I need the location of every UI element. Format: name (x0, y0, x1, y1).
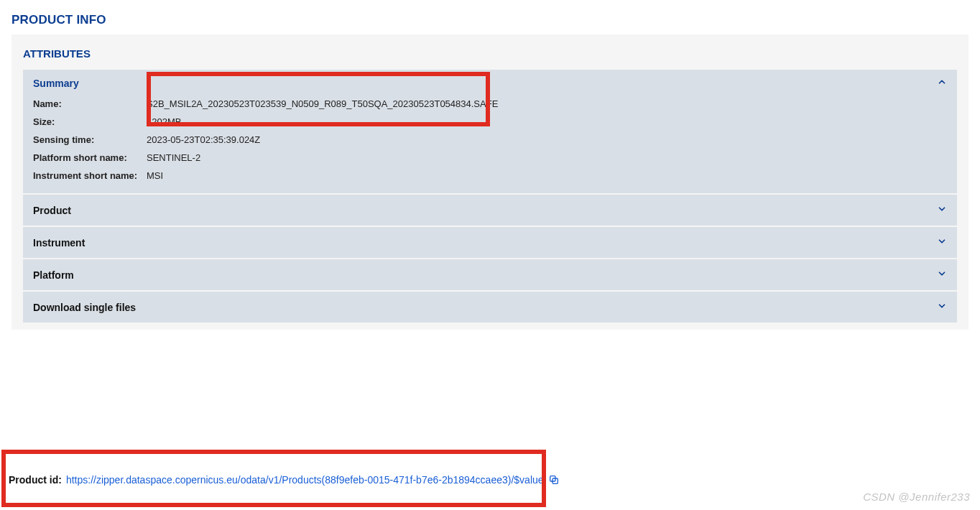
summary-row-instrument: Instrument short name: MSI (33, 167, 947, 185)
summary-label: Size: (33, 116, 147, 127)
summary-label: Instrument short name: (33, 170, 147, 181)
product-id-row: Product id: https://zipper.dataspace.cop… (0, 453, 980, 501)
summary-value-instrument: MSI (147, 170, 163, 181)
chevron-down-icon (937, 301, 947, 313)
summary-value-sensing-time: 2023-05-23T02:35:39.024Z (147, 134, 260, 145)
chevron-down-icon (937, 204, 947, 216)
summary-header-title: Summary (33, 78, 79, 89)
product-id-link[interactable]: https://zipper.dataspace.copernicus.eu/o… (66, 474, 544, 486)
accordion-product[interactable]: Product (23, 195, 957, 226)
product-id-label: Product id: (9, 474, 62, 486)
copy-icon[interactable] (548, 474, 560, 486)
summary-value-name: S2B_MSIL2A_20230523T023539_N0509_R089_T5… (147, 98, 498, 109)
accordion-label: Download single files (33, 302, 136, 313)
summary-header[interactable]: Summary (23, 70, 957, 95)
summary-row-size: Size: 1202MB (33, 113, 947, 131)
summary-label: Sensing time: (33, 134, 147, 145)
accordion-download-single-files[interactable]: Download single files (23, 292, 957, 323)
chevron-down-icon (937, 269, 947, 281)
accordion-label: Product (33, 205, 71, 216)
chevron-up-icon (937, 77, 947, 89)
summary-row-name: Name: S2B_MSIL2A_20230523T023539_N0509_R… (33, 95, 947, 113)
summary-value-platform: SENTINEL-2 (147, 152, 200, 163)
product-id-container: Product id: https://zipper.dataspace.cop… (0, 453, 980, 501)
summary-rows: Name: S2B_MSIL2A_20230523T023539_N0509_R… (23, 95, 957, 189)
summary-label: Name: (33, 98, 147, 109)
attributes-title: ATTRIBUTES (17, 43, 963, 70)
summary-row-platform: Platform short name: SENTINEL-2 (33, 149, 947, 167)
accordion-instrument[interactable]: Instrument (23, 227, 957, 258)
attributes-panel: ATTRIBUTES Summary Name: S2B_MSIL2A_2023… (11, 34, 969, 330)
accordion-label: Platform (33, 269, 74, 281)
summary-accordion: Summary Name: S2B_MSIL2A_20230523T023539… (23, 70, 957, 193)
summary-row-sensing-time: Sensing time: 2023-05-23T02:35:39.024Z (33, 131, 947, 149)
accordion-label: Instrument (33, 237, 85, 249)
chevron-down-icon (937, 236, 947, 249)
summary-label: Platform short name: (33, 152, 147, 163)
page-title: PRODUCT INFO (0, 0, 980, 34)
accordion-platform[interactable]: Platform (23, 259, 957, 290)
summary-value-size: 1202MB (147, 116, 181, 127)
